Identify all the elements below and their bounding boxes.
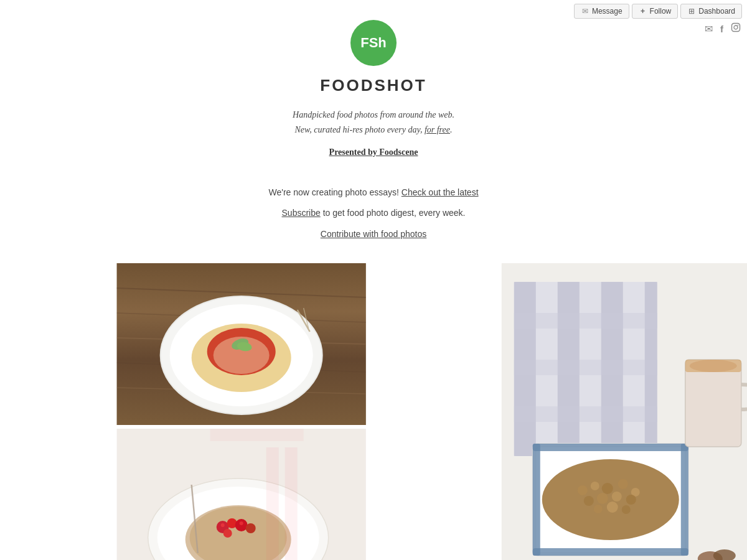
tagline-line1: Handpicked food photos from around the w… — [293, 108, 454, 123]
dashboard-icon — [687, 7, 696, 16]
svg-point-2 — [738, 25, 739, 26]
svg-point-60 — [626, 495, 636, 505]
tagline-prefix: New, curated hi-res photo every day, — [294, 125, 422, 134]
svg-rect-47 — [533, 444, 688, 451]
message-label: Message — [592, 7, 622, 16]
svg-point-30 — [221, 523, 225, 527]
left-photo-column — [112, 263, 370, 560]
svg-rect-49 — [533, 444, 540, 556]
site-header: FSh FOODSHOT Handpicked food photos from… — [0, 0, 747, 176]
svg-point-31 — [240, 521, 243, 525]
subscribe-line: Subscribe to get food photo digest, ever… — [0, 203, 747, 224]
subscribe-link[interactable]: Subscribe — [282, 208, 321, 218]
tagline: Handpicked food photos from around the w… — [293, 108, 454, 138]
middle-content: We're now creating photo essays! Check o… — [0, 176, 747, 258]
svg-rect-32 — [266, 447, 279, 560]
svg-rect-50 — [681, 444, 688, 556]
svg-point-29 — [223, 529, 232, 538]
svg-point-51 — [542, 459, 679, 540]
instagram-icon[interactable] — [731, 22, 741, 35]
top-bar: Message Follow Dashboard — [569, 0, 747, 22]
svg-point-58 — [597, 493, 608, 504]
svg-rect-43 — [514, 360, 657, 375]
svg-point-66 — [690, 360, 737, 372]
svg-point-57 — [584, 496, 594, 506]
svg-rect-0 — [732, 24, 740, 32]
dashboard-label: Dashboard — [698, 7, 735, 16]
facebook-icon[interactable]: f — [720, 24, 723, 34]
tagline-line2: New, curated hi-res photo every day, for… — [293, 123, 454, 138]
presented-by-link[interactable]: Presented by Foodscene — [329, 147, 418, 157]
essay-line: We're now creating photo essays! Check o… — [0, 182, 747, 203]
photo-grid — [0, 263, 747, 560]
svg-rect-33 — [285, 447, 298, 560]
follow-button[interactable]: Follow — [632, 4, 679, 19]
svg-point-63 — [622, 505, 631, 514]
svg-point-61 — [594, 505, 603, 513]
site-title: FOODSHOT — [320, 76, 426, 95]
svg-point-16 — [214, 337, 270, 374]
logo-text: FSh — [360, 35, 387, 51]
svg-rect-42 — [514, 313, 657, 329]
message-button[interactable]: Message — [574, 4, 629, 19]
svg-rect-34 — [210, 429, 304, 441]
contribute-line: Contribute with food photos — [0, 224, 747, 245]
granola-photo[interactable] — [370, 263, 747, 560]
dessert-photo[interactable] — [112, 429, 370, 560]
svg-rect-64 — [685, 360, 741, 447]
svg-point-62 — [607, 502, 618, 513]
svg-point-1 — [734, 26, 738, 29]
svg-rect-44 — [514, 406, 657, 422]
presented-by: Presented by Foodscene — [329, 147, 418, 157]
contribute-link[interactable]: Contribute with food photos — [321, 229, 426, 239]
right-photo-column — [370, 263, 747, 560]
svg-point-28 — [246, 523, 256, 533]
dashboard-button[interactable]: Dashboard — [680, 4, 742, 19]
message-icon — [581, 7, 590, 16]
subscribe-text: to get food photo digest, every week. — [323, 208, 466, 218]
email-social-icon[interactable]: ✉ — [705, 23, 713, 35]
svg-point-59 — [612, 492, 622, 502]
svg-point-54 — [602, 483, 613, 494]
svg-rect-48 — [533, 548, 688, 556]
social-icons-row: ✉ f — [705, 22, 741, 35]
essay-link[interactable]: Check out the latest — [402, 187, 479, 197]
logo: FSh — [350, 20, 397, 66]
tagline-free: for free. — [425, 125, 453, 134]
svg-point-52 — [578, 485, 588, 495]
spaghetti-photo[interactable] — [112, 263, 370, 425]
essay-prefix: We're now creating photo essays! — [268, 187, 398, 197]
follow-label: Follow — [650, 7, 672, 16]
follow-plus-icon — [639, 7, 647, 16]
svg-point-55 — [618, 479, 628, 489]
svg-point-53 — [591, 482, 599, 490]
